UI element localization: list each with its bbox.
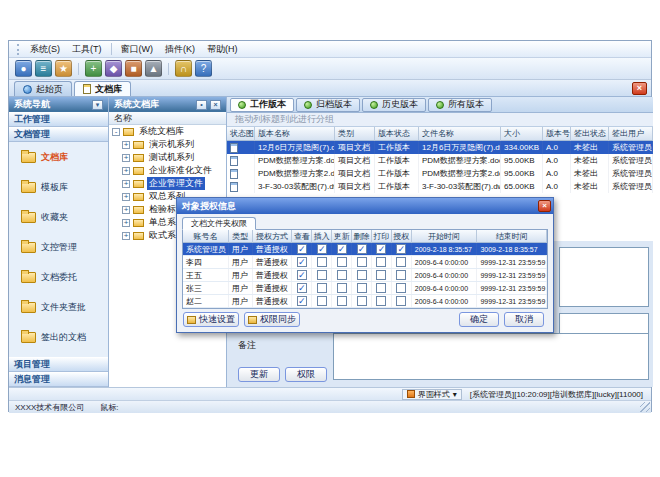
settings-icon[interactable]: ▲ bbox=[145, 60, 162, 77]
toolbar-grip[interactable] bbox=[17, 44, 20, 55]
permission-row[interactable]: 赵二用户普通授权✓2009-6-4 0:00:009999-12-31 23:5… bbox=[183, 295, 547, 308]
checkbox[interactable] bbox=[376, 296, 386, 306]
checkbox[interactable] bbox=[337, 296, 347, 306]
expand-icon[interactable]: + bbox=[122, 219, 130, 227]
pin-icon[interactable]: ▾ bbox=[92, 100, 103, 110]
table-row[interactable]: PDM数据整理方案.doc项目文档工作版本PDM数据整理方案.doc95.00K… bbox=[227, 154, 653, 167]
new-document-icon[interactable]: + bbox=[85, 60, 102, 77]
tree-node-2[interactable]: +测试机系列 bbox=[109, 151, 226, 164]
checkbox[interactable] bbox=[376, 283, 386, 293]
permission-button[interactable]: 权限 bbox=[285, 367, 327, 382]
column-header-7[interactable]: 签出状态 bbox=[571, 127, 609, 141]
checkbox[interactable]: ✓ bbox=[297, 296, 307, 306]
permission-column-9[interactable]: 开始时间 bbox=[412, 230, 478, 243]
checkbox[interactable]: ✓ bbox=[396, 244, 406, 254]
menu-item-0[interactable]: 系统(S) bbox=[24, 42, 66, 57]
checkbox[interactable] bbox=[317, 270, 327, 280]
version-tab-2[interactable]: 历史版本 bbox=[362, 98, 426, 112]
tree-column-header[interactable]: 名称 bbox=[109, 112, 226, 125]
checkbox[interactable] bbox=[396, 283, 406, 293]
checkbox[interactable] bbox=[337, 283, 347, 293]
column-header-3[interactable]: 版本状态 bbox=[375, 127, 419, 141]
table-row[interactable]: PDM数据整理方案2.doc项目文档工作版本PDM数据整理方案2.doc95.0… bbox=[227, 167, 653, 180]
checkbox[interactable]: ✓ bbox=[317, 244, 327, 254]
version-tab-1[interactable]: 归档版本 bbox=[296, 98, 360, 112]
menu-item-3[interactable]: 插件(K) bbox=[159, 42, 201, 57]
expand-icon[interactable]: + bbox=[122, 154, 130, 162]
quick-setup-button[interactable]: 快速设置 bbox=[183, 312, 239, 327]
column-header-8[interactable]: 签出用户 bbox=[609, 127, 653, 141]
detail-field[interactable] bbox=[559, 247, 649, 307]
permission-row[interactable]: 张三用户普通授权✓2009-6-4 0:00:009999-12-31 23:5… bbox=[183, 282, 547, 295]
permission-column-0[interactable]: 账号名 bbox=[183, 230, 229, 243]
permission-column-3[interactable]: 查看 bbox=[292, 230, 312, 243]
permission-column-4[interactable]: 插入 bbox=[312, 230, 332, 243]
column-header-2[interactable]: 类别 bbox=[335, 127, 375, 141]
permission-sync-button[interactable]: 权限同步 bbox=[244, 312, 300, 327]
checkbox[interactable] bbox=[396, 270, 406, 280]
tree-node-1[interactable]: +演示机系列 bbox=[109, 138, 226, 151]
sidebar-item-0[interactable]: 文档库 bbox=[9, 142, 108, 172]
checkbox[interactable] bbox=[376, 270, 386, 280]
checkbox[interactable] bbox=[317, 257, 327, 267]
checkbox[interactable]: ✓ bbox=[337, 244, 347, 254]
tree-node-3[interactable]: +企业标准化文件 bbox=[109, 164, 226, 177]
permission-column-6[interactable]: 删除 bbox=[352, 230, 372, 243]
tab-起始页[interactable]: 起始页 bbox=[14, 81, 72, 96]
search-icon[interactable]: ◆ bbox=[105, 60, 122, 77]
tree-node-4[interactable]: +企业管理文件 bbox=[109, 177, 226, 190]
checkbox[interactable] bbox=[357, 283, 367, 293]
sidebar-item-1[interactable]: 模板库 bbox=[9, 172, 108, 202]
column-header-0[interactable]: 状态图 bbox=[227, 127, 255, 141]
sidebar-band-message[interactable]: 消息管理 bbox=[9, 372, 108, 387]
organizer-icon[interactable]: ■ bbox=[125, 60, 142, 77]
expand-icon[interactable]: - bbox=[112, 128, 120, 136]
sidebar-band-work[interactable]: 工作管理 bbox=[9, 112, 108, 127]
expand-icon[interactable]: + bbox=[122, 193, 130, 201]
checkbox[interactable] bbox=[317, 283, 327, 293]
pin-icon[interactable]: × bbox=[210, 100, 221, 110]
dialog-title-bar[interactable]: 对象授权信息 bbox=[177, 198, 553, 214]
sidebar-item-6[interactable]: 签出的文档 bbox=[9, 322, 108, 352]
lock-icon[interactable]: ∩ bbox=[175, 60, 192, 77]
checkbox[interactable] bbox=[376, 257, 386, 267]
checkbox[interactable] bbox=[337, 270, 347, 280]
checkbox[interactable] bbox=[396, 257, 406, 267]
expand-icon[interactable]: + bbox=[122, 167, 130, 175]
sidebar-band-document[interactable]: 文档管理 bbox=[9, 127, 108, 142]
sidebar-band-project[interactable]: 项目管理 bbox=[9, 357, 108, 372]
document-library-icon[interactable]: ≡ bbox=[35, 60, 52, 77]
sidebar-item-4[interactable]: 文档委托 bbox=[9, 262, 108, 292]
dialog-close-button[interactable]: × bbox=[538, 200, 551, 212]
sidebar-item-3[interactable]: 文控管理 bbox=[9, 232, 108, 262]
checkbox[interactable]: ✓ bbox=[297, 283, 307, 293]
help-icon[interactable]: ? bbox=[195, 60, 212, 77]
column-header-6[interactable]: 版本号 bbox=[543, 127, 571, 141]
checkbox[interactable]: ✓ bbox=[297, 270, 307, 280]
cancel-button[interactable]: 取消 bbox=[504, 312, 544, 327]
sidebar-item-2[interactable]: 收藏夹 bbox=[9, 202, 108, 232]
permission-row[interactable]: 系统管理员用户普通授权✓✓✓✓✓✓2009-2-18 8:35:573009-2… bbox=[183, 243, 547, 256]
dialog-tab-folder-permission[interactable]: 文档文件夹权限 bbox=[182, 217, 256, 230]
remark-textarea[interactable] bbox=[333, 333, 649, 380]
checkbox[interactable] bbox=[357, 296, 367, 306]
table-row[interactable]: 12月6日万灵隐阁(7).dwg项目文档工作版本12月6日万灵隐阁(7).dwg… bbox=[227, 141, 653, 154]
permission-column-7[interactable]: 打印 bbox=[372, 230, 392, 243]
column-header-5[interactable]: 大小 bbox=[501, 127, 543, 141]
checkbox[interactable]: ✓ bbox=[297, 244, 307, 254]
menu-item-1[interactable]: 工具(T) bbox=[66, 42, 108, 57]
checkbox[interactable] bbox=[357, 257, 367, 267]
checkbox[interactable] bbox=[317, 296, 327, 306]
checkbox[interactable]: ✓ bbox=[376, 244, 386, 254]
permission-column-5[interactable]: 更新 bbox=[332, 230, 352, 243]
tree-node-0[interactable]: -系统文档库 bbox=[109, 125, 226, 138]
expand-icon[interactable]: + bbox=[122, 206, 130, 214]
table-row[interactable]: 3-F-30-03装配图(7).dwg项目文档工作版本3-F-30-03装配图(… bbox=[227, 180, 653, 193]
version-tab-0[interactable]: 工作版本 bbox=[230, 98, 294, 112]
sidebar-item-5[interactable]: 文件夹查批 bbox=[9, 292, 108, 322]
favorites-icon[interactable]: ★ bbox=[55, 60, 72, 77]
checkbox[interactable]: ✓ bbox=[297, 257, 307, 267]
interface-style-selector[interactable]: 界面样式 ▾ bbox=[402, 389, 462, 400]
checkbox[interactable] bbox=[337, 257, 347, 267]
permission-column-2[interactable]: 授权方式 bbox=[253, 230, 293, 243]
